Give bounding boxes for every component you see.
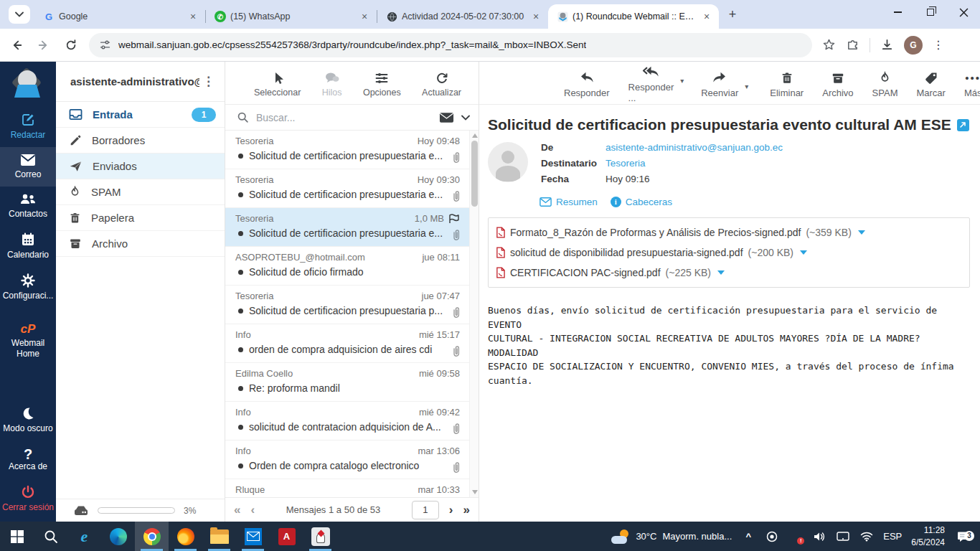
sidebar-item-settings[interactable]: Configuraci... bbox=[0, 267, 56, 308]
archive-button[interactable]: Archivo bbox=[822, 71, 853, 98]
tab-google[interactable]: G Google × bbox=[34, 4, 205, 29]
search-input[interactable] bbox=[256, 112, 439, 123]
browser-profile-avatar[interactable]: G bbox=[904, 36, 923, 55]
sidebar-item-about[interactable]: ? Acerca de bbox=[0, 441, 56, 479]
mark-button[interactable]: Marcar bbox=[916, 71, 945, 98]
address-bar[interactable]: webmail.sanjuan.gob.ec/cpsess2554257368/… bbox=[89, 33, 812, 57]
tab-roundcube-active[interactable]: (1) Roundcube Webmail :: Envia × bbox=[548, 4, 719, 29]
notification-center-button[interactable]: 3 bbox=[954, 531, 973, 542]
message-row[interactable]: TesoreriaHoy 09:48 Solicitud de certific… bbox=[225, 131, 479, 169]
window-restore-button[interactable] bbox=[914, 0, 947, 24]
tray-record-icon[interactable] bbox=[765, 531, 779, 542]
pager-page-input[interactable] bbox=[412, 501, 439, 519]
sidebar-item-mail[interactable]: Correo bbox=[0, 147, 56, 187]
close-tab-icon[interactable]: × bbox=[187, 10, 199, 23]
message-row[interactable]: TesoreriaHoy 09:30 Solicitud de certific… bbox=[225, 169, 479, 208]
forward-button[interactable] bbox=[33, 34, 55, 56]
folder-item-entrada[interactable]: Entrada 1 bbox=[56, 102, 225, 128]
close-tab-icon[interactable]: × bbox=[700, 10, 713, 23]
tab-search-button[interactable] bbox=[9, 5, 30, 24]
compact-list-envelope-icon[interactable] bbox=[439, 112, 454, 123]
forward-button[interactable]: Reenviar ▾ bbox=[701, 71, 738, 98]
taskbar-chrome-button[interactable] bbox=[135, 522, 169, 551]
select-button[interactable]: Seleccionar bbox=[254, 71, 301, 98]
taskbar-weather[interactable]: 30°C Mayorm. nubla... bbox=[611, 529, 732, 544]
folder-item-papelera[interactable]: Papelera bbox=[56, 205, 225, 231]
options-button[interactable]: Opciones bbox=[363, 71, 401, 98]
attachment-name-link[interactable]: Formato_8_Razón de Proformas y Análisis … bbox=[510, 227, 801, 238]
taskbar-java-app-button[interactable] bbox=[303, 522, 337, 551]
taskbar-edge-button[interactable] bbox=[101, 522, 135, 551]
taskbar-firefox-button[interactable] bbox=[169, 522, 202, 551]
taskbar-acrobat-button[interactable]: A bbox=[270, 522, 303, 551]
taskbar-ie-button[interactable]: e bbox=[67, 522, 101, 551]
forward-dropdown-caret[interactable]: ▾ bbox=[745, 83, 748, 90]
tray-display-connect-icon[interactable] bbox=[836, 532, 850, 542]
sidebar-item-webmail-home[interactable]: cP Webmail Home bbox=[0, 315, 56, 366]
pager-last-button[interactable]: » bbox=[463, 504, 470, 516]
threads-button[interactable]: Hilos bbox=[322, 71, 342, 98]
close-tab-icon[interactable]: × bbox=[529, 10, 542, 23]
attachment-menu-caret[interactable] bbox=[717, 270, 725, 275]
folder-item-spam[interactable]: SPAM bbox=[56, 179, 225, 205]
bookmark-star-icon[interactable] bbox=[822, 38, 836, 52]
list-options-chevron-icon[interactable] bbox=[461, 115, 470, 121]
tray-volume-icon[interactable] bbox=[812, 531, 826, 542]
tray-clock[interactable]: 11:28 6/5/2024 bbox=[911, 524, 945, 547]
window-minimize-button[interactable] bbox=[881, 0, 914, 24]
taskbar-mail-button[interactable] bbox=[236, 522, 270, 551]
new-tab-button[interactable]: + bbox=[723, 5, 742, 24]
attachment-name-link[interactable]: solicitud de disponibilidad presupuestar… bbox=[510, 247, 743, 258]
message-row[interactable]: Rluquemar 10:33 bbox=[225, 479, 479, 497]
folder-item-borradores[interactable]: Borradores bbox=[56, 128, 225, 154]
scroll-down-arrow[interactable] bbox=[472, 490, 478, 494]
from-address-link[interactable]: asistente-administrativo@sanjuan.gob.ec bbox=[606, 142, 783, 153]
tab-whatsapp[interactable]: ✆ (15) WhatsApp × bbox=[206, 4, 377, 29]
pager-next-button[interactable]: › bbox=[449, 504, 453, 516]
message-row[interactable]: Tesoreriajue 07:47 Solicitud de certific… bbox=[225, 286, 479, 324]
account-menu-button[interactable]: ⋮ bbox=[199, 74, 217, 89]
attachment-menu-caret[interactable] bbox=[858, 230, 865, 235]
flag-icon[interactable] bbox=[448, 214, 460, 224]
message-row[interactable]: Infomié 09:42 solicitud de contratacion … bbox=[225, 402, 479, 441]
taskbar-search-button[interactable] bbox=[34, 522, 67, 551]
reply-button[interactable]: Responder bbox=[564, 71, 610, 98]
tray-language[interactable]: ESP bbox=[883, 531, 902, 542]
headers-link[interactable]: i Cabeceras bbox=[611, 197, 672, 207]
refresh-button[interactable]: Actualizar bbox=[422, 71, 461, 98]
scrollbar-thumb[interactable] bbox=[471, 141, 478, 207]
tray-wifi-icon[interactable] bbox=[859, 532, 874, 542]
folder-item-enviados[interactable]: Enviados bbox=[56, 154, 225, 179]
spam-button[interactable]: SPAM bbox=[872, 71, 898, 98]
browser-menu-button[interactable]: ⋮ bbox=[933, 38, 944, 52]
delete-button[interactable]: Eliminar bbox=[770, 71, 804, 98]
open-in-new-window-icon[interactable] bbox=[957, 119, 969, 131]
message-row[interactable]: Edilma Coellomié 09:58 Re: proforma mand… bbox=[225, 363, 479, 402]
scroll-up-arrow[interactable] bbox=[472, 133, 478, 138]
tray-show-hidden-icons[interactable]: ^ bbox=[741, 531, 755, 542]
tab-actividad[interactable]: Actividad 2024-05-02 07:30:00 × bbox=[377, 4, 548, 29]
window-close-button[interactable] bbox=[947, 0, 980, 24]
reload-button[interactable] bbox=[60, 34, 82, 56]
close-tab-icon[interactable]: × bbox=[358, 10, 371, 23]
pager-prev-button[interactable]: ‹ bbox=[250, 504, 255, 516]
downloads-icon[interactable] bbox=[880, 38, 894, 52]
to-address-link[interactable]: Tesoreria bbox=[606, 158, 646, 169]
start-button[interactable] bbox=[0, 522, 34, 551]
message-row[interactable]: Infomié 15:17 orden de compra adquisicio… bbox=[225, 324, 479, 363]
attachment-name-link[interactable]: CERTIFICACION PAC-signed.pdf bbox=[510, 267, 661, 278]
reply-all-dropdown-caret[interactable]: ▾ bbox=[680, 77, 684, 85]
message-row[interactable]: ASOPROTEBU_@hotmail.comjue 08:11 Solicit… bbox=[225, 247, 479, 286]
message-row-selected[interactable]: Tesoreria 1,0 MB Solicitud de certificac… bbox=[225, 208, 479, 247]
sidebar-item-logout[interactable]: Cerrar sesión bbox=[0, 479, 56, 522]
reply-all-button[interactable]: Responder ... ▾ bbox=[628, 65, 674, 103]
message-row[interactable]: Infomar 13:06 Orden de compra catalogo e… bbox=[225, 441, 479, 479]
summary-link[interactable]: Resumen bbox=[540, 197, 598, 207]
tray-antivirus-icon[interactable]: ! bbox=[788, 530, 803, 543]
sidebar-item-compose[interactable]: Redactar bbox=[0, 106, 56, 147]
sidebar-item-calendar[interactable]: Calendario bbox=[0, 226, 56, 267]
more-button[interactable]: ••• Más bbox=[964, 71, 980, 98]
pager-first-button[interactable]: « bbox=[234, 504, 240, 516]
attachment-menu-caret[interactable] bbox=[800, 250, 807, 255]
folder-item-archivo[interactable]: Archivo bbox=[56, 231, 225, 257]
